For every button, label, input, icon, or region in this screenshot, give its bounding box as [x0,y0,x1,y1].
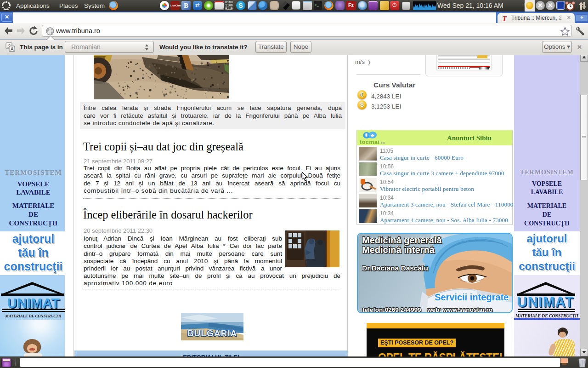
svg-text:A: A [11,46,14,52]
